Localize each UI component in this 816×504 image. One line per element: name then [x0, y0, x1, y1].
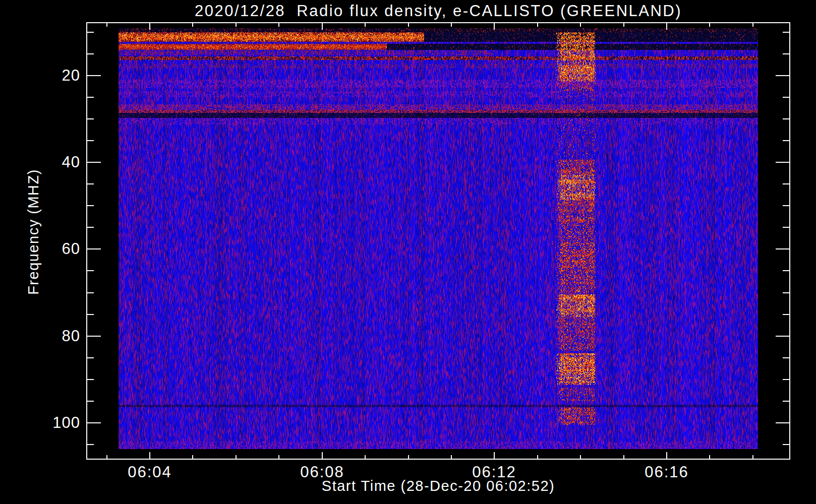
plot-title: 2020/12/28 Radio flux density, e-CALLIST…: [195, 2, 682, 20]
tick-mark: [783, 270, 789, 271]
x-tick-label: 06:16: [645, 463, 689, 481]
tick-mark: [87, 75, 101, 76]
tick-mark: [776, 75, 789, 76]
tick-mark: [776, 422, 789, 423]
tick-mark: [451, 23, 452, 27]
tick-mark: [365, 23, 366, 27]
tick-mark: [236, 455, 237, 459]
tick-mark: [783, 227, 789, 228]
tick-mark: [783, 53, 789, 54]
tick-mark: [709, 23, 710, 27]
tick-mark: [783, 444, 789, 445]
tick-mark: [666, 23, 667, 30]
tick-mark: [408, 455, 409, 459]
x-axis-title: Start Time (28-Dec-20 06:02:52): [322, 478, 555, 494]
tick-mark: [783, 97, 789, 98]
tick-mark: [783, 118, 789, 119]
tick-mark: [783, 379, 789, 380]
tick-mark: [494, 452, 495, 459]
tick-mark: [783, 292, 789, 293]
tick-mark: [192, 455, 193, 459]
y-tick-label: 100: [0, 414, 80, 432]
tick-mark: [783, 205, 789, 206]
tick-mark: [278, 23, 279, 27]
tick-mark: [87, 140, 94, 141]
tick-mark: [87, 53, 94, 54]
tick-mark: [106, 455, 107, 459]
tick-mark: [87, 444, 94, 445]
tick-mark: [537, 455, 538, 459]
tick-mark: [87, 32, 94, 33]
tick-mark: [87, 379, 94, 380]
y-tick-label: 40: [0, 153, 80, 171]
tick-mark: [752, 455, 753, 459]
tick-mark: [87, 336, 101, 337]
tick-mark: [783, 357, 789, 358]
tick-mark: [87, 270, 94, 271]
tick-mark: [322, 23, 323, 30]
tick-mark: [776, 336, 789, 337]
tick-mark: [236, 23, 237, 27]
tick-mark: [537, 23, 538, 27]
tick-mark: [623, 23, 624, 27]
tick-mark: [149, 452, 150, 459]
tick-mark: [666, 452, 667, 459]
tick-mark: [192, 23, 193, 27]
tick-mark: [322, 452, 323, 459]
y-tick-label: 60: [0, 240, 80, 258]
tick-mark: [87, 292, 94, 293]
tick-mark: [87, 118, 94, 119]
tick-mark: [87, 183, 94, 184]
tick-mark: [149, 23, 150, 30]
x-tick-label: 06:04: [128, 463, 172, 481]
tick-mark: [87, 357, 94, 358]
tick-mark: [776, 162, 789, 163]
tick-mark: [87, 248, 101, 249]
tick-mark: [106, 23, 107, 27]
tick-mark: [87, 162, 101, 163]
tick-mark: [278, 455, 279, 459]
tick-mark: [752, 23, 753, 27]
tick-mark: [783, 314, 789, 315]
plot-frame: [86, 22, 790, 460]
tick-mark: [87, 422, 101, 423]
tick-mark: [776, 248, 789, 249]
tick-mark: [783, 183, 789, 184]
spectrogram-page: 2020/12/28 Radio flux density, e-CALLIST…: [0, 0, 816, 504]
tick-mark: [87, 401, 94, 402]
tick-mark: [408, 23, 409, 27]
tick-mark: [494, 23, 495, 30]
tick-mark: [365, 455, 366, 459]
tick-mark: [87, 314, 94, 315]
y-axis-title: Frequency (MHZ): [25, 169, 42, 295]
tick-mark: [580, 23, 581, 27]
tick-mark: [783, 140, 789, 141]
tick-mark: [87, 227, 94, 228]
tick-mark: [87, 205, 94, 206]
tick-mark: [623, 455, 624, 459]
tick-mark: [87, 97, 94, 98]
tick-mark: [580, 455, 581, 459]
y-tick-label: 20: [0, 67, 80, 85]
tick-mark: [709, 455, 710, 459]
y-tick-label: 80: [0, 327, 80, 345]
tick-mark: [783, 401, 789, 402]
tick-mark: [783, 32, 789, 33]
tick-mark: [451, 455, 452, 459]
